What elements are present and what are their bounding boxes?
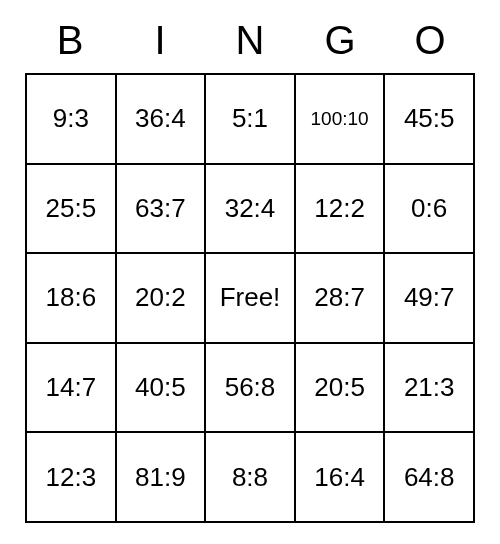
bingo-cell[interactable]: 100:10: [295, 74, 385, 164]
bingo-cell[interactable]: 9:3: [26, 74, 116, 164]
bingo-cell[interactable]: 45:5: [384, 74, 474, 164]
bingo-cell[interactable]: 25:5: [26, 164, 116, 254]
bingo-cell[interactable]: 0:6: [384, 164, 474, 254]
bingo-cell[interactable]: 21:3: [384, 343, 474, 433]
bingo-cell[interactable]: 56:8: [205, 343, 295, 433]
bingo-cell[interactable]: 20:5: [295, 343, 385, 433]
bingo-header-o: O: [385, 18, 475, 73]
bingo-cell[interactable]: 28:7: [295, 253, 385, 343]
bingo-cell[interactable]: 32:4: [205, 164, 295, 254]
bingo-cell[interactable]: 40:5: [116, 343, 206, 433]
bingo-cell[interactable]: 12:2: [295, 164, 385, 254]
bingo-cell[interactable]: 16:4: [295, 432, 385, 522]
bingo-cell[interactable]: 8:8: [205, 432, 295, 522]
bingo-cell[interactable]: 36:4: [116, 74, 206, 164]
bingo-cell[interactable]: 64:8: [384, 432, 474, 522]
bingo-cell[interactable]: 5:1: [205, 74, 295, 164]
bingo-cell[interactable]: 14:7: [26, 343, 116, 433]
bingo-cell[interactable]: 18:6: [26, 253, 116, 343]
bingo-header-i: I: [115, 18, 205, 73]
bingo-cell[interactable]: 81:9: [116, 432, 206, 522]
bingo-header-row: B I N G O: [25, 18, 475, 73]
bingo-header-n: N: [205, 18, 295, 73]
bingo-cell[interactable]: 20:2: [116, 253, 206, 343]
bingo-cell[interactable]: 12:3: [26, 432, 116, 522]
bingo-cell[interactable]: 63:7: [116, 164, 206, 254]
bingo-header-b: B: [25, 18, 115, 73]
bingo-header-g: G: [295, 18, 385, 73]
bingo-card: B I N G O 9:3 36:4 5:1 100:10 45:5 25:5 …: [25, 18, 475, 523]
bingo-cell[interactable]: 49:7: [384, 253, 474, 343]
bingo-cell-free[interactable]: Free!: [205, 253, 295, 343]
bingo-grid: 9:3 36:4 5:1 100:10 45:5 25:5 63:7 32:4 …: [25, 73, 475, 523]
